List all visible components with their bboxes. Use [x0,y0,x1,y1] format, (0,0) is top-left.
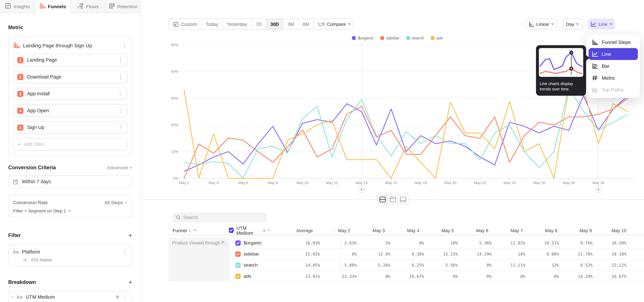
step-number-badge: 4 [17,108,24,114]
kebab-menu-icon[interactable] [122,294,128,300]
step-number-badge: 5 [17,124,24,130]
kebab-menu-icon[interactable] [122,249,128,255]
svg-text:May 28: May 28 [563,181,575,185]
day-value-cell: 5% [375,240,409,245]
checkbox-checked[interactable] [229,228,234,233]
segment-name-cell[interactable]: $organic [232,240,279,246]
segment-label: ads [244,274,251,278]
checkbox-checked[interactable] [235,262,241,268]
svg-text:May 20: May 20 [444,181,456,185]
breakdown-column-header[interactable]: UTM Medium 4 [226,225,270,235]
day-value-cell: 5.26% [375,263,409,267]
breakdown-table: Funnel 1 UTM Medium 4 AverageMay 2May 3M… [168,227,644,282]
step-label: App Install [27,91,118,96]
filter-property-label[interactable]: Platform [22,249,122,255]
drag-handle-icon[interactable] [11,296,14,298]
checkbox-checked[interactable] [235,251,241,257]
funnel-step-1[interactable]: 1Landing Page [13,54,127,66]
segment-name-cell[interactable]: ads [232,274,279,279]
kebab-menu-icon[interactable] [118,107,123,114]
conversion-rate-card: Conversion Rate All Steps Filter + Segme… [8,195,132,218]
conversion-rate-dropdown[interactable]: All Steps [104,200,127,205]
metric-card-header[interactable]: Landing Page through Sign Up [13,40,127,51]
filter-segment-dropdown[interactable]: Filter + Segment on Step 1 [13,207,127,214]
funnel-step-3[interactable]: 3App Install [13,88,127,100]
column-header-average: Average [270,228,334,233]
funnels-icon [39,3,46,10]
chart-type-menu: Funnel StepsLineBarMetricTop Paths [586,34,640,98]
range-6m[interactable]: 6M [298,19,314,29]
day-value-cell: 33.33% [342,274,375,278]
funnel-step-5[interactable]: 5Sign Up [13,121,127,134]
kebab-menu-icon[interactable] [118,124,123,131]
insights-icon [5,3,11,10]
svg-text:May 2: May 2 [179,181,189,185]
day-value-cell: 12.9% [375,252,409,256]
kebab-menu-icon[interactable] [118,90,123,97]
layout-split-button[interactable] [378,195,388,204]
search-input[interactable] [183,215,264,220]
app-root: InsightsFunnelsFlowsRetention Metric Lan… [0,0,644,302]
layout-toggle-group [377,194,409,204]
funnel-column-header[interactable]: Funnel 1 [168,228,226,233]
breakdown-property-label[interactable]: UTM Medium [26,294,112,300]
menu-item-funnel-steps[interactable]: Funnel Steps [588,36,638,48]
range-today[interactable]: Today [202,19,222,29]
kebab-menu-icon[interactable] [118,74,123,80]
layout-chart-only-button[interactable] [388,195,398,204]
column-header-may-9: May 9 [576,228,610,233]
filter-value[interactable]: iOS Native [31,257,52,262]
checkbox-checked[interactable] [235,274,241,279]
range-custom[interactable]: Custom [169,19,202,29]
range-yesterday[interactable]: Yesterday [223,19,252,29]
svg-text:May 22: May 22 [474,181,486,185]
step-label: Sign Up [27,124,118,130]
svg-text:May 10: May 10 [296,181,308,185]
range-30d[interactable]: 30D [266,19,284,29]
advanced-dropdown[interactable]: Advanced [107,165,132,170]
segment-name-cell[interactable]: sidebar [232,251,279,257]
column-header-may-5: May 5 [438,228,472,233]
step-number-badge: 3 [17,90,24,97]
add-breakdown-button[interactable]: + [128,279,132,286]
menu-item-bar[interactable]: Bar [588,60,638,72]
menu-item-line[interactable]: Line [588,48,638,60]
day-value-cell: 0% [510,274,544,278]
range-3m[interactable]: 3M [284,19,298,29]
breakdown-card: Aa UTM Medium ✕ [8,291,132,302]
scale-dropdown-button[interactable]: Linear [526,18,556,30]
tab-flows[interactable]: Flows [70,0,106,13]
layout-table-only-button[interactable] [398,195,408,204]
add-filter-button[interactable]: + [128,232,132,239]
annotation-badge: 1 [359,186,364,193]
menu-item-label: Bar [602,63,610,69]
day-value-cell: 6.25% [409,263,442,267]
funnel-steps-icon [592,39,598,45]
conversion-window-card[interactable]: Within 7 days [8,176,132,188]
menu-item-label: Top Paths [602,87,624,92]
compare-button[interactable]: Compare [324,18,353,30]
funnel-step-4[interactable]: 4App Open [13,104,127,116]
add-step-button[interactable]: + Add Step [13,138,127,150]
kebab-menu-icon[interactable] [122,42,127,49]
menu-item-metric[interactable]: Metric [588,72,638,84]
remove-icon[interactable]: ✕ [116,294,120,300]
svg-text:1: 1 [597,187,600,192]
svg-text:May 16: May 16 [385,181,397,185]
tab-retention[interactable]: Retention [106,0,140,13]
clock-icon [12,178,18,185]
filter-operator[interactable]: Is [24,257,27,262]
range-7d[interactable]: 7D [252,19,266,29]
day-value-cell: 14.29% [476,252,510,256]
checkbox-checked[interactable] [235,240,241,246]
step-number-badge: 1 [17,57,24,63]
tab-insights[interactable]: Insights [0,0,35,13]
funnel-step-2[interactable]: 2Download Page [13,71,127,83]
chart-type-dropdown-button[interactable]: Line [588,18,615,30]
day-value-cell: 0% [476,263,510,267]
tab-label: Insights [14,4,30,9]
kebab-menu-icon[interactable] [118,57,123,63]
interval-dropdown-button[interactable]: Day [563,18,582,30]
segment-name-cell[interactable]: search [232,262,279,268]
tab-funnels[interactable]: Funnels [35,0,70,13]
